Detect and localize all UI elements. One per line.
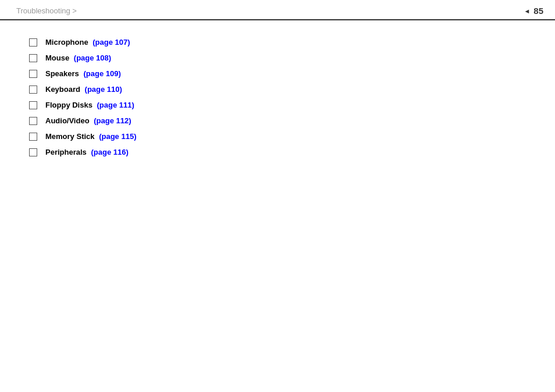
checkbox-icon (29, 101, 37, 109)
checkbox-icon (29, 54, 37, 62)
checkbox-icon (29, 117, 37, 125)
item-page-link[interactable]: (page 112) (94, 116, 131, 125)
list-item: Audio/Video (page 112) (29, 116, 526, 125)
breadcrumb: Troubleshooting > (16, 6, 77, 15)
item-label: Peripherals (page 116) (45, 148, 129, 156)
list-item: Keyboard (page 110) (29, 85, 526, 94)
item-label: Floppy Disks (page 111) (45, 101, 134, 109)
page-header: Troubleshooting > 85 (0, 0, 555, 20)
item-page-link[interactable]: (page 115) (99, 132, 136, 141)
item-label: Keyboard (page 110) (45, 85, 122, 94)
item-label: Memory Stick (page 115) (45, 132, 136, 141)
list-item: Speakers (page 109) (29, 69, 526, 78)
list-item: Floppy Disks (page 111) (29, 101, 526, 109)
item-page-link[interactable]: (page 108) (74, 54, 111, 62)
list-item: Memory Stick (page 115) (29, 132, 526, 141)
list-item: Mouse (page 108) (29, 54, 526, 62)
list-item: Microphone (page 107) (29, 38, 526, 47)
page-number: 85 (524, 6, 543, 16)
checkbox-icon (29, 148, 37, 156)
item-page-link[interactable]: (page 107) (92, 38, 130, 47)
list-item: Peripherals (page 116) (29, 148, 526, 156)
content-area: Microphone (page 107)Mouse (page 108)Spe… (0, 20, 555, 175)
item-page-link[interactable]: (page 111) (97, 101, 134, 109)
checkbox-icon (29, 38, 37, 47)
item-label: Mouse (page 108) (45, 54, 111, 62)
item-label: Audio/Video (page 112) (45, 116, 131, 125)
item-page-link[interactable]: (page 109) (83, 69, 120, 78)
checkbox-icon (29, 85, 37, 94)
item-page-link[interactable]: (page 116) (91, 148, 128, 156)
item-label: Microphone (page 107) (45, 38, 130, 47)
item-page-link[interactable]: (page 110) (85, 85, 122, 94)
checkbox-icon (29, 70, 37, 78)
checkbox-icon (29, 133, 37, 141)
item-label: Speakers (page 109) (45, 69, 121, 78)
